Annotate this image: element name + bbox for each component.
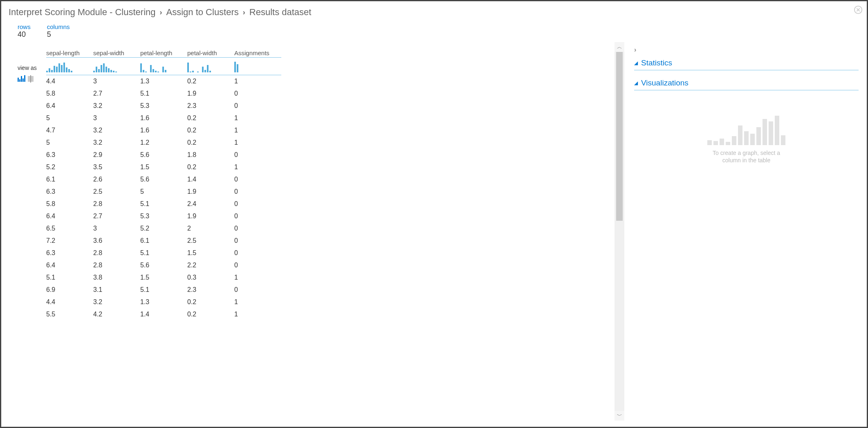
- rows-meta: rows 40: [18, 23, 31, 39]
- vertical-scrollbar[interactable]: ︿ ﹀: [615, 42, 624, 421]
- table-row[interactable]: 6.32.95.61.80: [46, 149, 281, 161]
- table-cell: 6.1: [140, 235, 187, 247]
- table-cell: 3.5: [93, 161, 140, 173]
- table-row[interactable]: 6.43.25.32.30: [46, 100, 281, 112]
- table-cell: 1.4: [187, 173, 234, 186]
- scroll-thumb[interactable]: [616, 52, 623, 221]
- column-histogram[interactable]: [140, 61, 177, 72]
- histogram-view-icon[interactable]: [18, 75, 25, 82]
- close-icon[interactable]: [854, 5, 863, 14]
- table-cell: 5.2: [140, 222, 187, 235]
- table-cell: 1: [234, 161, 281, 173]
- table-row[interactable]: 531.60.21: [46, 112, 281, 124]
- table-row[interactable]: 4.43.21.30.21: [46, 296, 281, 308]
- table-cell: 0: [234, 149, 281, 161]
- table-cell: 2.7: [93, 210, 140, 222]
- table-row[interactable]: 6.32.85.11.50: [46, 247, 281, 259]
- visualizations-section-header[interactable]: ◢ Visualizations: [634, 76, 859, 90]
- table-cell: 5: [46, 112, 93, 124]
- table-cell: 0.2: [187, 75, 234, 88]
- table-row[interactable]: 6.42.85.62.20: [46, 259, 281, 271]
- statistics-section-header[interactable]: ◢ Statistics: [634, 56, 859, 70]
- table-cell: 2.6: [93, 173, 140, 186]
- table-cell: 5.3: [140, 100, 187, 112]
- column-header[interactable]: Assignments: [234, 46, 281, 58]
- table-cell: 6.4: [46, 100, 93, 112]
- column-histogram[interactable]: [93, 61, 130, 72]
- table-cell: 0: [234, 235, 281, 247]
- columns-value: 5: [47, 30, 70, 39]
- table-row[interactable]: 7.23.66.12.50: [46, 235, 281, 247]
- table-cell: 5.6: [140, 259, 187, 271]
- table-row[interactable]: 6.93.15.12.30: [46, 284, 281, 296]
- view-as-label: view as: [18, 65, 46, 71]
- placeholder-chart-icon: [634, 112, 859, 145]
- caret-down-icon: ◢: [634, 80, 638, 86]
- table-cell: 1.3: [140, 296, 187, 308]
- table-cell: 2.5: [93, 186, 140, 198]
- table-cell: 5.1: [46, 271, 93, 284]
- visualizations-label: Visualizations: [641, 78, 689, 87]
- column-header[interactable]: petal-length: [140, 46, 187, 58]
- scroll-down-icon[interactable]: ﹀: [615, 411, 624, 421]
- table-row[interactable]: 6.42.75.31.90: [46, 210, 281, 222]
- table-cell: 0.2: [187, 308, 234, 320]
- column-header[interactable]: sepal-length: [46, 46, 93, 58]
- table-cell: 6.3: [46, 149, 93, 161]
- column-header[interactable]: petal-width: [187, 46, 234, 58]
- table-row[interactable]: 6.12.65.61.40: [46, 173, 281, 186]
- table-cell: 4.2: [93, 308, 140, 320]
- table-cell: 4.7: [46, 124, 93, 137]
- table-cell: 1.9: [187, 210, 234, 222]
- table-cell: 1: [234, 308, 281, 320]
- table-row[interactable]: 4.431.30.21: [46, 75, 281, 88]
- table-cell: 1.5: [140, 161, 187, 173]
- table-cell: 5.5: [46, 308, 93, 320]
- table-row[interactable]: 5.13.81.50.31: [46, 271, 281, 284]
- table-cell: 1.4: [140, 308, 187, 320]
- table-cell: 2.8: [93, 247, 140, 259]
- column-header[interactable]: sepal-width: [93, 46, 140, 58]
- caret-down-icon: ◢: [634, 60, 638, 66]
- column-histogram[interactable]: [234, 61, 271, 72]
- table-cell: 6.4: [46, 210, 93, 222]
- table-row[interactable]: 5.23.51.50.21: [46, 161, 281, 173]
- placeholder-text-line-2: column in the table: [634, 157, 859, 164]
- table-cell: 1.3: [140, 75, 187, 88]
- table-cell: 6.3: [46, 186, 93, 198]
- table-cell: 6.5: [46, 222, 93, 235]
- table-cell: 5.8: [46, 198, 93, 210]
- table-row[interactable]: 5.82.85.12.40: [46, 198, 281, 210]
- breadcrumb: Interpret Scoring Module - Clustering › …: [1, 1, 867, 20]
- table-cell: 3.2: [93, 100, 140, 112]
- table-cell: 1.6: [140, 112, 187, 124]
- table-cell: 1: [234, 124, 281, 137]
- scroll-track[interactable]: [615, 52, 624, 411]
- table-cell: 5.2: [46, 161, 93, 173]
- table-cell: 0: [234, 173, 281, 186]
- breadcrumb-part-1[interactable]: Interpret Scoring Module - Clustering: [9, 7, 156, 18]
- table-cell: 1.5: [140, 271, 187, 284]
- table-cell: 6.9: [46, 284, 93, 296]
- boxplot-view-icon[interactable]: [28, 76, 34, 82]
- table-cell: 1: [234, 296, 281, 308]
- columns-label: columns: [47, 23, 70, 30]
- columns-meta: columns 5: [47, 23, 70, 39]
- table-row[interactable]: 6.32.551.90: [46, 186, 281, 198]
- table-row[interactable]: 6.535.220: [46, 222, 281, 235]
- column-histogram[interactable]: [187, 61, 224, 72]
- table-cell: 0: [234, 186, 281, 198]
- scroll-up-icon[interactable]: ︿: [615, 42, 624, 52]
- table-row[interactable]: 53.21.20.21: [46, 137, 281, 149]
- column-histogram[interactable]: [46, 61, 83, 72]
- collapse-panel-icon[interactable]: ›: [634, 46, 859, 56]
- table-row[interactable]: 5.54.21.40.21: [46, 308, 281, 320]
- table-cell: 0.2: [187, 137, 234, 149]
- chevron-right-icon: ›: [243, 8, 245, 17]
- table-row[interactable]: 4.73.21.60.21: [46, 124, 281, 137]
- breadcrumb-part-2[interactable]: Assign to Clusters: [166, 7, 239, 18]
- table-row[interactable]: 5.82.75.11.90: [46, 87, 281, 100]
- table-cell: 5.3: [140, 210, 187, 222]
- table-cell: 1: [234, 137, 281, 149]
- visualization-placeholder: To create a graph, select a column in th…: [634, 96, 859, 164]
